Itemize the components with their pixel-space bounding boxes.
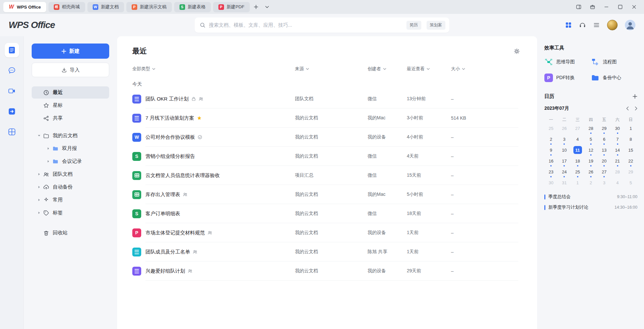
calendar-day[interactable]: 24 bbox=[558, 167, 571, 178]
sidebar-toggle-icon[interactable] bbox=[573, 2, 584, 12]
calendar-day[interactable]: 7 bbox=[611, 135, 624, 146]
file-row[interactable]: 兴趣爱好组队计划我的云文档我的设备29天前– bbox=[117, 261, 537, 281]
calendar-day[interactable]: 12 bbox=[584, 146, 597, 157]
column-size[interactable]: 大小 bbox=[451, 66, 518, 72]
calendar-day[interactable]: 8 bbox=[624, 135, 637, 146]
calendar-day[interactable]: 13 bbox=[597, 146, 611, 157]
calendar-day[interactable]: 3 bbox=[597, 178, 611, 189]
search-tag-resume[interactable]: 简历 bbox=[406, 21, 421, 30]
tool-backup-center[interactable]: 备份中心 bbox=[591, 74, 637, 82]
calendar-event[interactable]: 季度总结会 9:30–11:00 bbox=[544, 194, 637, 200]
calendar-day[interactable]: 31 bbox=[558, 178, 571, 189]
membership-badge-avatar[interactable] bbox=[607, 20, 618, 30]
calendar-day-selected[interactable]: 11 bbox=[571, 146, 584, 157]
calendar-next-button[interactable] bbox=[635, 106, 637, 110]
sidebar-item-shared[interactable]: 共享 bbox=[32, 112, 109, 124]
office-suite-icon[interactable] bbox=[5, 125, 19, 139]
file-row[interactable]: 库存出入管理表我的云文档我的Mac5小时前– bbox=[117, 185, 537, 204]
file-row[interactable]: 团队成员及分工名单我的云文档陈旭 共享1天前– bbox=[117, 242, 537, 261]
file-row[interactable]: 云文档管人员信息统计表理器验收项目汇总微信15天前– bbox=[117, 166, 537, 185]
sidebar-item-tags[interactable]: 标签 bbox=[32, 207, 109, 219]
calendar-day[interactable]: 10 bbox=[558, 146, 571, 157]
chat-icon[interactable] bbox=[5, 63, 19, 78]
maximize-button[interactable] bbox=[615, 2, 626, 12]
caret-right-icon[interactable] bbox=[36, 211, 42, 214]
calendar-day[interactable]: 23 bbox=[544, 167, 558, 178]
calendar-day[interactable]: 29 bbox=[624, 167, 637, 178]
caret-right-icon[interactable] bbox=[45, 160, 51, 163]
calendar-day[interactable]: 26 bbox=[558, 124, 571, 135]
column-source[interactable]: 来源 bbox=[295, 66, 368, 72]
close-button[interactable] bbox=[629, 2, 639, 12]
calendar-day[interactable]: 30 bbox=[611, 124, 624, 135]
sidebar-item-folder-bimonthly[interactable]: 双月报 bbox=[32, 142, 109, 155]
tab-list-button[interactable] bbox=[262, 2, 272, 12]
menu-hamburger-icon[interactable] bbox=[593, 22, 600, 28]
tab-ppt[interactable]: P新建演示文稿 bbox=[126, 2, 172, 12]
import-button[interactable]: 导入 bbox=[32, 63, 109, 77]
sidebar-item-team-docs[interactable]: 团队文档 bbox=[32, 168, 109, 180]
calendar-day[interactable]: 26 bbox=[584, 167, 597, 178]
sidebar-item-frequent[interactable]: 常用 bbox=[32, 194, 109, 206]
column-creator[interactable]: 创建者 bbox=[368, 66, 407, 72]
calendar-day[interactable]: 28 bbox=[611, 167, 624, 178]
file-row[interactable]: W公司对外合作协议模板我的云文档我的设备4小时前– bbox=[117, 128, 537, 147]
calendar-day[interactable]: 18 bbox=[571, 157, 584, 167]
calendar-day[interactable]: 1 bbox=[624, 124, 637, 135]
caret-right-icon[interactable] bbox=[36, 198, 42, 201]
sidebar-item-my-cloud-docs[interactable]: 我的云文档 bbox=[32, 130, 109, 142]
tab-wps[interactable]: WWPS Office bbox=[3, 2, 46, 12]
calendar-day[interactable]: 19 bbox=[584, 157, 597, 167]
new-tab-button[interactable] bbox=[251, 2, 261, 12]
calendar-event[interactable]: 新季度学习计划讨论 14:30–16:00 bbox=[544, 204, 637, 210]
transfer-icon[interactable] bbox=[5, 104, 19, 119]
calendar-day[interactable]: 6 bbox=[597, 135, 611, 146]
apps-grid-icon[interactable] bbox=[565, 22, 572, 28]
tab-sheet[interactable]: S新建表格 bbox=[174, 2, 211, 12]
caret-right-icon[interactable] bbox=[36, 186, 42, 189]
tool-pdf-convert[interactable]: P PDF转换 bbox=[544, 74, 591, 82]
calendar-prev-button[interactable] bbox=[626, 106, 629, 110]
calendar-day[interactable]: 27 bbox=[571, 124, 584, 135]
calendar-day[interactable]: 25 bbox=[571, 167, 584, 178]
filter-all-types[interactable]: 全部类型 bbox=[132, 66, 295, 72]
file-row[interactable]: S营销小组业绩分析报告我的云文档微信4天前– bbox=[117, 147, 537, 166]
calendar-day[interactable]: 1 bbox=[571, 178, 584, 189]
calendar-day[interactable]: 9 bbox=[544, 146, 558, 157]
calendar-day[interactable]: 14 bbox=[611, 146, 624, 157]
calendar-day[interactable]: 2 bbox=[584, 178, 597, 189]
user-avatar[interactable] bbox=[625, 20, 635, 30]
calendar-day[interactable]: 5 bbox=[624, 178, 637, 189]
file-row[interactable]: 团队 OKR 工作计划团队文档微信13分钟前– bbox=[117, 89, 537, 108]
support-headset-icon[interactable] bbox=[579, 22, 586, 29]
calendar-day[interactable]: 27 bbox=[597, 167, 611, 178]
workspace-icon[interactable] bbox=[587, 2, 598, 12]
sidebar-item-auto-backup[interactable]: 自动备份 bbox=[32, 181, 109, 193]
caret-down-icon[interactable] bbox=[36, 134, 42, 137]
tool-flowchart[interactable]: 流程图 bbox=[591, 58, 637, 66]
calendar-day[interactable]: 29 bbox=[597, 124, 611, 135]
calendar-add-event-button[interactable] bbox=[632, 94, 637, 99]
caret-right-icon[interactable] bbox=[45, 147, 51, 150]
calendar-day[interactable]: 20 bbox=[597, 157, 611, 167]
calendar-day[interactable]: 16 bbox=[544, 157, 558, 167]
tab-writer[interactable]: W新建文档 bbox=[87, 2, 124, 12]
tab-pdf[interactable]: P新建PDF bbox=[213, 2, 250, 12]
search-tag-plan[interactable]: 策划案 bbox=[427, 21, 446, 30]
calendar-day[interactable]: 25 bbox=[544, 124, 558, 135]
calendar-day[interactable]: 17 bbox=[558, 157, 571, 167]
tab-docer[interactable]: 稻稻壳商城 bbox=[48, 2, 85, 12]
file-row[interactable]: P市场主体登记提交材料规范我的云文档我的设备1天前– bbox=[117, 223, 537, 242]
calendar-day[interactable]: 15 bbox=[624, 146, 637, 157]
calendar-day[interactable]: 3 bbox=[558, 135, 571, 146]
new-document-button[interactable]: 新建 bbox=[32, 44, 109, 59]
sidebar-item-folder-meeting-notes[interactable]: 会议记录 bbox=[32, 155, 109, 167]
column-last-viewed[interactable]: 最近查看 bbox=[407, 66, 451, 72]
calendar-day[interactable]: 5 bbox=[584, 135, 597, 146]
docs-home-icon[interactable] bbox=[5, 43, 19, 57]
minimize-button[interactable] bbox=[601, 2, 612, 12]
calendar-day[interactable]: 21 bbox=[611, 157, 624, 167]
sidebar-item-recent[interactable]: 最近 bbox=[32, 86, 109, 99]
sidebar-item-trash[interactable]: 回收站 bbox=[32, 227, 109, 239]
file-row[interactable]: S客户订单明细表我的云文档微信18天前– bbox=[117, 204, 537, 223]
